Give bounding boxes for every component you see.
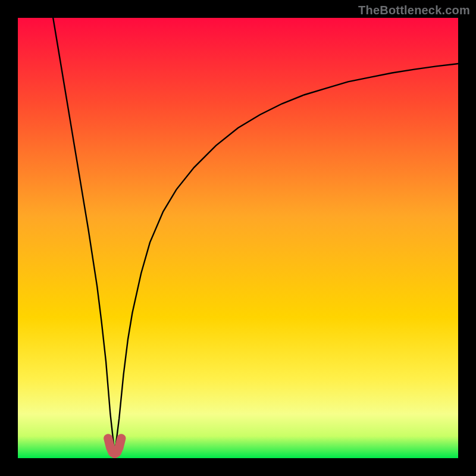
bottleneck-plot: [18, 18, 458, 458]
gradient-background: [18, 18, 458, 458]
chart-frame: TheBottleneck.com: [0, 0, 476, 476]
watermark-text: TheBottleneck.com: [358, 4, 470, 17]
